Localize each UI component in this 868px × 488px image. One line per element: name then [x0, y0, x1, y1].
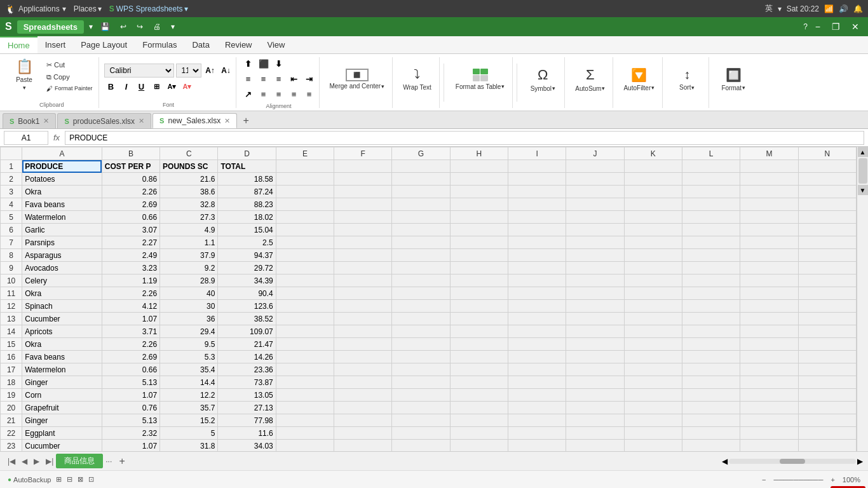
- cell-B23[interactable]: 1.07: [102, 440, 159, 452]
- sheet-nav-prev[interactable]: ◀: [19, 456, 30, 467]
- menu-page-layout[interactable]: Page Layout: [73, 36, 135, 53]
- cell-D14[interactable]: 109.07: [218, 325, 276, 338]
- cell-D7[interactable]: 2.5: [218, 236, 276, 249]
- cell-I10[interactable]: [508, 274, 566, 287]
- cell-M12[interactable]: [740, 300, 798, 313]
- cell-I11[interactable]: [508, 287, 566, 300]
- cell-J2[interactable]: [566, 173, 624, 186]
- cell-K21[interactable]: [624, 414, 682, 427]
- cell-L10[interactable]: [682, 274, 740, 287]
- cell-A9[interactable]: Avocados: [22, 262, 102, 274]
- cell-A2[interactable]: Potatoes: [22, 173, 102, 186]
- cell-I5[interactable]: [508, 211, 566, 224]
- cell-L1[interactable]: [682, 160, 740, 173]
- cell-N19[interactable]: [798, 389, 856, 402]
- cell-D2[interactable]: 18.58: [218, 173, 276, 186]
- cell-N7[interactable]: [798, 236, 856, 249]
- col-header-m[interactable]: M: [740, 147, 798, 160]
- col-header-h[interactable]: H: [450, 147, 508, 160]
- cell-G1[interactable]: [392, 160, 450, 173]
- cell-C1[interactable]: POUNDS SC: [160, 160, 218, 173]
- cell-K22[interactable]: [624, 427, 682, 440]
- cell-N13[interactable]: [798, 313, 856, 325]
- cell-F1[interactable]: [334, 160, 392, 173]
- cell-L18[interactable]: [682, 376, 740, 389]
- cell-E14[interactable]: [276, 325, 334, 338]
- cell-H16[interactable]: [450, 351, 508, 363]
- cell-D4[interactable]: 88.23: [218, 198, 276, 211]
- cell-L23[interactable]: [682, 440, 740, 452]
- align-top-button[interactable]: ⬆: [241, 57, 255, 71]
- cell-A17[interactable]: Watermelon: [22, 363, 102, 376]
- cell-H8[interactable]: [450, 249, 508, 262]
- cell-B7[interactable]: 2.27: [102, 236, 159, 249]
- cell-L14[interactable]: [682, 325, 740, 338]
- restore-btn[interactable]: ❐: [828, 20, 844, 33]
- cell-B5[interactable]: 0.66: [102, 211, 159, 224]
- cell-F5[interactable]: [334, 211, 392, 224]
- cell-A4[interactable]: Fava beans: [22, 198, 102, 211]
- col-header-f[interactable]: F: [334, 147, 392, 160]
- cell-M5[interactable]: [740, 211, 798, 224]
- cell-K8[interactable]: [624, 249, 682, 262]
- cell-G21[interactable]: [392, 414, 450, 427]
- cell-H23[interactable]: [450, 440, 508, 452]
- cell-M16[interactable]: [740, 351, 798, 363]
- cell-K19[interactable]: [624, 389, 682, 402]
- copy-button[interactable]: ⧉ Copy: [43, 72, 96, 83]
- cell-B19[interactable]: 1.07: [102, 389, 159, 402]
- cell-N6[interactable]: [798, 224, 856, 236]
- cell-F11[interactable]: [334, 287, 392, 300]
- cell-B11[interactable]: 2.26: [102, 287, 159, 300]
- cell-J11[interactable]: [566, 287, 624, 300]
- cell-H10[interactable]: [450, 274, 508, 287]
- cell-B20[interactable]: 0.76: [102, 402, 159, 414]
- cell-E18[interactable]: [276, 376, 334, 389]
- cell-N15[interactable]: [798, 338, 856, 351]
- cell-H13[interactable]: [450, 313, 508, 325]
- cell-C4[interactable]: 32.8: [160, 198, 218, 211]
- format-as-table-arrow[interactable]: ▾: [501, 83, 505, 90]
- cell-G3[interactable]: [392, 186, 450, 198]
- cell-J4[interactable]: [566, 198, 624, 211]
- cell-M20[interactable]: [740, 402, 798, 414]
- vertical-scrollbar[interactable]: ▲ ▼: [857, 147, 868, 451]
- merge-center-button[interactable]: ⬛ Merge and Center ▾: [325, 57, 390, 102]
- scroll-thumb[interactable]: [858, 158, 867, 184]
- cell-J23[interactable]: [566, 440, 624, 452]
- cell-F4[interactable]: [334, 198, 392, 211]
- cell-G14[interactable]: [392, 325, 450, 338]
- cell-D19[interactable]: 13.05: [218, 389, 276, 402]
- cell-F20[interactable]: [334, 402, 392, 414]
- cell-A11[interactable]: Okra: [22, 287, 102, 300]
- cell-K1[interactable]: [624, 160, 682, 173]
- cell-K20[interactable]: [624, 402, 682, 414]
- symbol-arrow[interactable]: ▾: [552, 85, 555, 92]
- cell-M9[interactable]: [740, 262, 798, 274]
- cell-L6[interactable]: [682, 224, 740, 236]
- cell-K15[interactable]: [624, 338, 682, 351]
- cell-N23[interactable]: [798, 440, 856, 452]
- cell-M15[interactable]: [740, 338, 798, 351]
- cell-M13[interactable]: [740, 313, 798, 325]
- cell-H19[interactable]: [450, 389, 508, 402]
- scroll-left-btn[interactable]: ◀: [722, 457, 728, 466]
- cell-H11[interactable]: [450, 287, 508, 300]
- cell-J1[interactable]: [566, 160, 624, 173]
- tab-produce-sales[interactable]: S produceSales.xlsx ✕: [57, 113, 151, 128]
- cell-J6[interactable]: [566, 224, 624, 236]
- close-btn[interactable]: ✕: [848, 20, 863, 33]
- cell-C19[interactable]: 12.2: [160, 389, 218, 402]
- sheet-nav-last[interactable]: ▶|: [43, 456, 56, 467]
- cell-L12[interactable]: [682, 300, 740, 313]
- cell-E21[interactable]: [276, 414, 334, 427]
- cell-I23[interactable]: [508, 440, 566, 452]
- app-title-menu[interactable]: S WPS Spreadsheets ▾: [109, 4, 189, 13]
- cell-E23[interactable]: [276, 440, 334, 452]
- cell-K11[interactable]: [624, 287, 682, 300]
- col-header-e[interactable]: E: [276, 147, 334, 160]
- cell-J3[interactable]: [566, 186, 624, 198]
- cell-M22[interactable]: [740, 427, 798, 440]
- cell-J10[interactable]: [566, 274, 624, 287]
- cell-M17[interactable]: [740, 363, 798, 376]
